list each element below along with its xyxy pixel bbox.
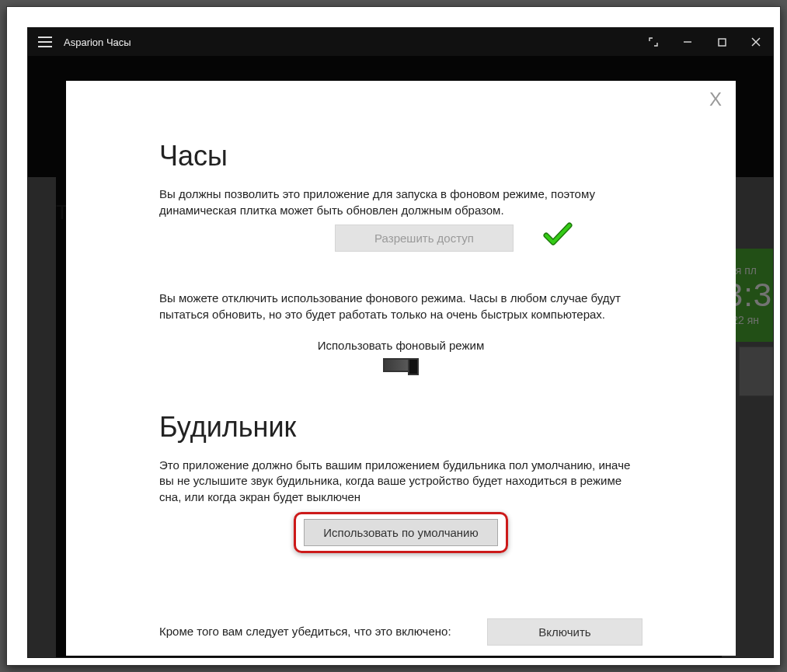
minimize-icon[interactable]: [670, 28, 705, 56]
enable-button[interactable]: Включить: [487, 618, 642, 646]
clock-description: Вы должны позволить это приложение для з…: [159, 186, 642, 218]
use-default-button[interactable]: Использовать по умолчанию: [304, 519, 498, 546]
allow-row: Разрешить доступ: [159, 225, 642, 252]
settings-dialog: X Часы Вы должны позволить это приложени…: [66, 81, 736, 656]
svg-rect-2: [38, 46, 52, 47]
enable-row: Кроме того вам следует убедиться, что эт…: [159, 618, 642, 646]
app-window: Asparion Часы: [27, 27, 774, 658]
background-mode-toggle[interactable]: [383, 358, 419, 372]
fullscreen-icon[interactable]: [636, 28, 670, 56]
toggle-label: Использовать фоновый режим: [159, 339, 642, 352]
allow-access-button[interactable]: Разрешить доступ: [335, 225, 514, 252]
viewport-frame: Asparion Часы: [6, 6, 781, 666]
dialog-content: Часы Вы должны позволить это приложение …: [66, 81, 736, 661]
title-bar: Asparion Часы: [28, 28, 773, 56]
close-icon[interactable]: [739, 28, 773, 56]
maximize-icon[interactable]: [705, 28, 739, 56]
clock-description-2: Вы можете отключить использование фоново…: [159, 291, 642, 322]
alarm-heading: Будильник: [159, 411, 642, 444]
svg-rect-0: [38, 37, 52, 38]
alarm-description: Это приложение должно быть вашим приложе…: [159, 458, 642, 506]
dialog-close-button[interactable]: X: [709, 89, 722, 110]
highlighted-action: Использовать по умолчанию: [294, 512, 508, 553]
svg-rect-1: [38, 41, 52, 43]
clock-heading: Часы: [159, 140, 642, 172]
menu-icon[interactable]: [28, 28, 62, 56]
svg-rect-4: [719, 39, 726, 46]
app-title: Asparion Часы: [62, 37, 636, 48]
checkmark-icon: [543, 221, 573, 248]
ensure-enabled-text: Кроме того вам следует убедиться, что эт…: [159, 624, 487, 640]
